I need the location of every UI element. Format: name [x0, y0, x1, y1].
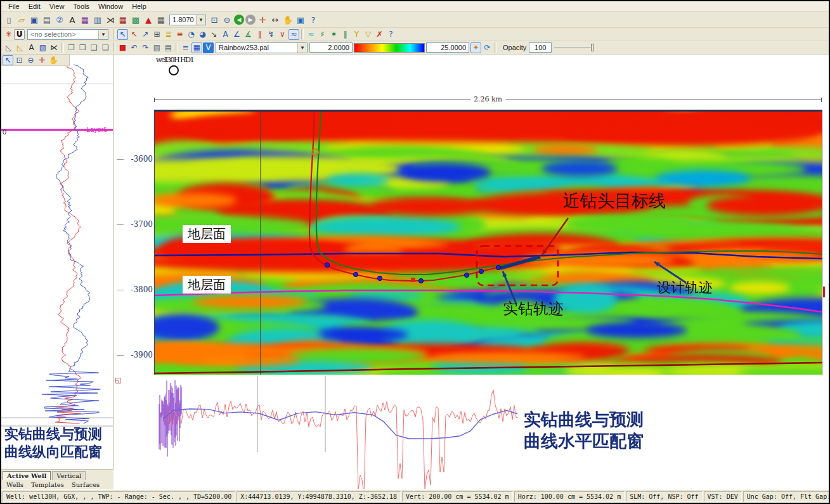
- dip-pick-icon[interactable]: ∡: [243, 29, 254, 40]
- zoom-box-icon[interactable]: ⊡: [209, 14, 220, 25]
- node-link-icon[interactable]: ⋉: [49, 42, 60, 53]
- marker-stripes-icon[interactable]: ≡: [174, 29, 185, 40]
- polygon-icon[interactable]: ▽: [363, 29, 373, 40]
- crossplot-icon[interactable]: ⋊: [105, 14, 116, 25]
- paste-icon[interactable]: ❑: [89, 42, 100, 53]
- list-icon[interactable]: ≡: [180, 42, 191, 53]
- tab[interactable]: Surfaces: [68, 481, 103, 488]
- zoom-out-icon[interactable]: ⊖: [25, 55, 36, 65]
- record-stop-icon[interactable]: ■: [117, 42, 128, 53]
- chevron-down-icon[interactable]: ▼: [98, 30, 108, 39]
- correlation-panel-icon[interactable]: ▦: [79, 14, 91, 25]
- wavelet-icon[interactable]: ≈: [306, 29, 316, 40]
- palette-gradient-bar[interactable]: [354, 43, 425, 53]
- fault-fence-icon[interactable]: ♯: [317, 29, 328, 40]
- export-report-icon[interactable]: ②: [54, 14, 65, 25]
- fit-extents-icon[interactable]: ✛: [257, 14, 268, 25]
- fit-extents-icon[interactable]: ✛: [37, 55, 48, 65]
- fault-splay-icon[interactable]: ✶: [328, 29, 339, 40]
- print-icon[interactable]: ▤: [41, 14, 53, 25]
- menu-item[interactable]: File: [4, 2, 24, 11]
- save-icon[interactable]: ▣: [29, 14, 40, 25]
- palette-combo[interactable]: Rainbow253.pal ▼: [216, 42, 308, 53]
- zoom-box-icon[interactable]: ⊡: [14, 55, 25, 65]
- new-document-icon[interactable]: ▯: [3, 14, 15, 25]
- ramp-yellow-icon[interactable]: ◺: [15, 42, 25, 53]
- interpolate-icon[interactable]: ✦: [470, 42, 481, 53]
- fit-width-icon[interactable]: ↔: [269, 14, 281, 25]
- status-bar: Well: well30H, GGX, , , TWP: - Range: - …: [1, 489, 829, 503]
- nav-forward-icon[interactable]: ▶: [245, 15, 256, 25]
- map-view-icon[interactable]: ▩: [130, 14, 141, 25]
- menu-item[interactable]: View: [45, 2, 69, 11]
- slider-handle[interactable]: [591, 44, 593, 51]
- label-box-icon[interactable]: A: [26, 42, 37, 53]
- select-cursor-icon[interactable]: ↖: [117, 29, 128, 40]
- tab[interactable]: Templates: [27, 481, 68, 488]
- undo-icon[interactable]: ↶: [129, 42, 139, 53]
- detach-panel-icon[interactable]: ◱: [115, 376, 121, 384]
- menu-item[interactable]: Tools: [68, 2, 94, 11]
- underline-button[interactable]: U: [14, 29, 25, 40]
- select-cursor-icon[interactable]: ↖: [3, 55, 13, 65]
- flatten-horizon-icon[interactable]: ≣: [163, 29, 174, 40]
- tab[interactable]: Vertical: [52, 471, 86, 480]
- curve-pick-icon[interactable]: ↯: [266, 29, 276, 40]
- snapshot-icon[interactable]: ▣: [295, 14, 306, 25]
- pointer-plus-icon[interactable]: ↘: [209, 29, 219, 40]
- log-edit-icon[interactable]: ∥: [254, 29, 265, 40]
- pan-hand-icon[interactable]: ✋: [48, 55, 59, 65]
- grab-pick-icon[interactable]: ◔: [186, 29, 197, 40]
- hatch-icon[interactable]: ∥: [340, 29, 351, 40]
- branch-icon[interactable]: Y: [351, 29, 362, 40]
- palette-max-input[interactable]: 25.0000: [426, 42, 469, 53]
- velocity-icon[interactable]: V: [203, 42, 214, 53]
- duplicate-icon[interactable]: ❏: [100, 42, 111, 53]
- copy-add-icon[interactable]: ❒: [77, 42, 88, 53]
- split-panel-icon[interactable]: ▥: [92, 14, 103, 25]
- menu-item[interactable]: Window: [94, 2, 127, 11]
- menu-item[interactable]: Help: [127, 2, 151, 11]
- seismic-section-canvas[interactable]: [154, 110, 822, 377]
- tab[interactable]: Wells: [3, 481, 27, 488]
- image-overlay-icon[interactable]: ▧: [37, 42, 48, 53]
- annotation-font-icon[interactable]: A: [67, 14, 78, 25]
- chevron-down-icon[interactable]: ▼: [196, 15, 205, 25]
- palette-grid-icon[interactable]: ▦: [191, 42, 202, 53]
- save-state-icon[interactable]: ▤: [163, 42, 174, 53]
- open-project-icon[interactable]: ▱: [16, 14, 27, 25]
- angle-icon[interactable]: ∠: [231, 29, 242, 40]
- redo-icon[interactable]: ↷: [140, 42, 151, 53]
- curve-window-icon[interactable]: ≈: [289, 29, 299, 40]
- calculator-icon[interactable]: ▦: [155, 14, 167, 25]
- snap-cursor-icon[interactable]: ↗: [140, 29, 151, 40]
- text-box-icon[interactable]: A: [220, 29, 231, 40]
- palette-min-input[interactable]: 2.0000: [309, 42, 353, 53]
- copy-icon[interactable]: ❐: [66, 42, 77, 53]
- grid-table-icon[interactable]: ▦: [117, 14, 129, 25]
- pan-hand-icon[interactable]: ✋: [282, 14, 294, 25]
- well-log-panel-canvas[interactable]: [1, 55, 113, 469]
- refresh-icon[interactable]: ⟳: [482, 42, 493, 53]
- opacity-slider[interactable]: [554, 42, 593, 53]
- paste-special-icon[interactable]: ▨: [152, 42, 162, 53]
- tab[interactable]: Active Well: [3, 471, 51, 480]
- ramp-icon[interactable]: ◺: [3, 42, 14, 53]
- horizontal-match-canvas[interactable]: [113, 375, 830, 489]
- selection-dropdown[interactable]: <no selection> ▼: [27, 29, 108, 40]
- menu-item[interactable]: Edit: [24, 2, 45, 11]
- zoom-out-icon[interactable]: ⊖: [221, 14, 233, 25]
- opacity-input[interactable]: 100: [529, 42, 552, 53]
- wellhead-icon[interactable]: ▲: [143, 14, 154, 25]
- chevron-down-icon[interactable]: ▼: [297, 43, 307, 53]
- fault-pick-icon[interactable]: ∨: [277, 29, 288, 40]
- red-asterisk-icon[interactable]: ✳: [3, 29, 14, 40]
- help2-icon[interactable]: ?: [386, 29, 396, 40]
- pick-point-icon[interactable]: ↖: [129, 29, 139, 40]
- nav-back-icon[interactable]: ◀: [234, 15, 244, 25]
- help-icon[interactable]: ?: [308, 14, 319, 25]
- zoom-level-combo[interactable]: 1.8070 ▼: [169, 15, 206, 25]
- seismic-pick-icon[interactable]: ⊞: [152, 29, 162, 40]
- delete-icon[interactable]: ✗: [374, 29, 385, 40]
- grab-pick2-icon[interactable]: ◕: [197, 29, 208, 40]
